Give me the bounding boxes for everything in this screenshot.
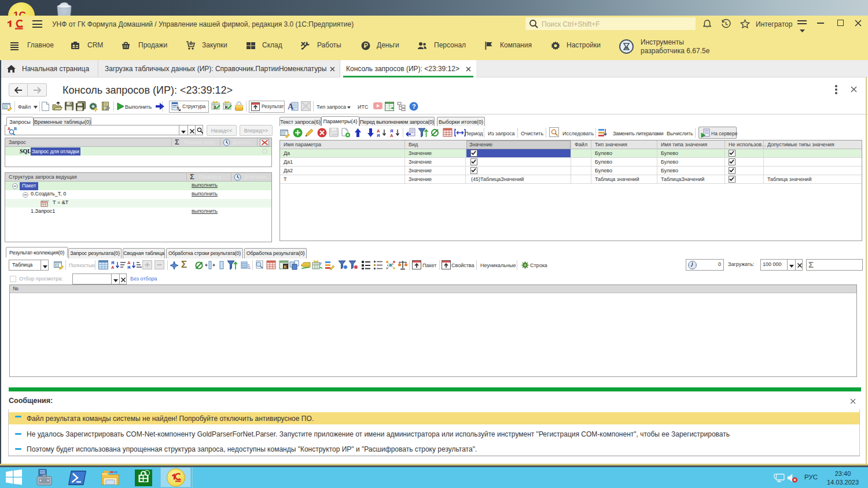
- svg-text:Я: Я: [377, 133, 380, 138]
- svg-text:А: А: [390, 133, 393, 138]
- svg-text:Я: Я: [127, 265, 130, 270]
- svg-text:К: К: [284, 264, 287, 269]
- svg-text:А: А: [111, 265, 115, 270]
- svg-text:A: A: [288, 102, 294, 111]
- svg-text:В: В: [14, 127, 17, 131]
- svg-text:К: К: [225, 105, 228, 110]
- svg-text:3: 3: [214, 105, 216, 110]
- svg-text:?: ?: [412, 103, 416, 110]
- svg-text:КОП: КОП: [332, 133, 338, 136]
- svg-text:?: ?: [319, 261, 322, 267]
